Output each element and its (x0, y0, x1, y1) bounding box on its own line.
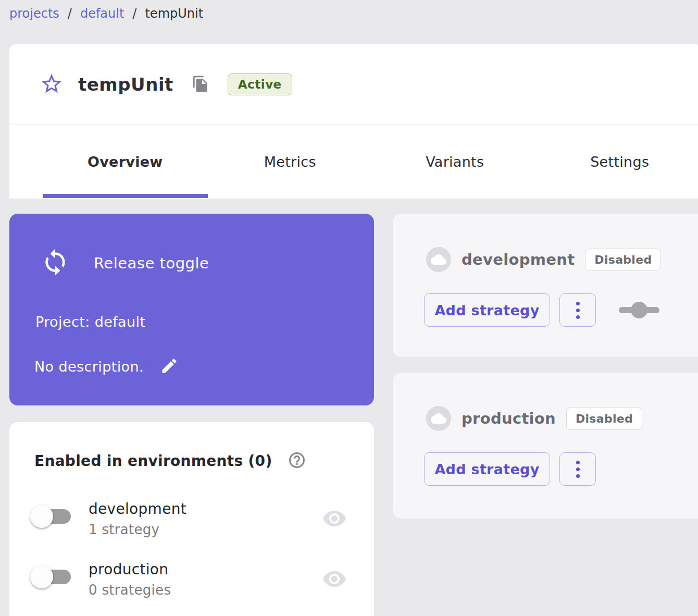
breadcrumb-separator: / (68, 6, 72, 21)
help-button[interactable] (288, 451, 306, 470)
feature-summary-card: Release toggle Project: default No descr… (9, 214, 374, 405)
environment-row-text: development 1 strategy (89, 500, 186, 537)
enabled-environments-title-row: Enabled in environments (0) (34, 451, 306, 470)
breadcrumb-current: tempUnit (145, 6, 203, 21)
environment-header: production Disabled (426, 406, 642, 431)
breadcrumb-separator: / (132, 6, 136, 21)
feature-header-card: tempUnit Active Overview Metrics Variant… (9, 44, 698, 199)
environment-row-name: production (89, 561, 171, 578)
breadcrumb: projects / default / tempUnit (9, 6, 203, 21)
cloud-icon (426, 247, 451, 272)
environment-row-production: production 0 strategies (30, 561, 374, 608)
tab-overview-label: Overview (88, 154, 163, 170)
view-strategies-button[interactable] (322, 567, 347, 592)
feature-type-label: Release toggle (94, 254, 209, 272)
cloud-icon (426, 406, 451, 431)
description-line: No description. (34, 356, 179, 376)
feature-header-row: tempUnit Active (9, 44, 698, 125)
toggle-development[interactable] (30, 504, 76, 528)
environment-strategy-count: 0 strategies (89, 582, 171, 598)
release-toggle-loop-icon (41, 248, 70, 279)
tab-settings[interactable]: Settings (538, 125, 698, 198)
environment-strategy-count: 1 strategy (89, 522, 186, 537)
environment-row-text: production 0 strategies (89, 561, 171, 598)
star-outline-icon (40, 72, 64, 97)
more-actions-button[interactable] (559, 293, 596, 327)
project-label: Project: default (35, 314, 145, 330)
tab-metrics-label: Metrics (264, 154, 316, 170)
feature-toggle-page: projects / default / tempUnit tempUnit A… (0, 0, 698, 616)
tab-overview[interactable]: Overview (43, 125, 208, 198)
environment-actions: Add strategy (424, 452, 596, 486)
environment-header: development Disabled (426, 247, 661, 272)
breadcrumb-link-projects[interactable]: projects (9, 6, 59, 21)
favorite-button[interactable] (40, 72, 64, 96)
tab-metrics[interactable]: Metrics (208, 125, 373, 198)
page-title: tempUnit (78, 74, 173, 95)
breadcrumb-link-default[interactable]: default (80, 6, 124, 21)
environment-row-name: development (89, 500, 186, 518)
environment-status-badge: Disabled (566, 408, 642, 430)
environment-name: production (462, 410, 556, 427)
toggle-production[interactable] (30, 565, 76, 589)
environment-name: development (462, 251, 575, 268)
environment-status-badge: Disabled (585, 249, 661, 271)
environment-card-development: development Disabled Add strategy (393, 214, 698, 357)
help-icon (288, 451, 306, 471)
pencil-icon (160, 356, 179, 377)
kebab-menu-icon (576, 302, 580, 319)
tab-variants-label: Variants (426, 154, 484, 170)
edit-description-button[interactable] (159, 356, 179, 376)
eye-icon (322, 506, 347, 533)
enabled-environments-title: Enabled in environments (0) (34, 452, 272, 470)
tab-bar: Overview Metrics Variants Settings (9, 125, 698, 198)
active-tab-indicator (43, 194, 208, 198)
environment-row-development: development 1 strategy (30, 500, 374, 547)
copy-name-button[interactable] (191, 75, 210, 94)
more-actions-button[interactable] (559, 452, 596, 486)
kebab-menu-icon (576, 461, 580, 478)
status-badge: Active (228, 73, 292, 95)
tab-settings-label: Settings (590, 154, 649, 170)
strategy-slider-icon (617, 299, 662, 322)
add-strategy-button[interactable]: Add strategy (424, 452, 550, 486)
tab-variants[interactable]: Variants (372, 125, 538, 198)
environment-actions: Add strategy (424, 293, 662, 327)
eye-icon (322, 566, 347, 593)
view-strategies-button[interactable] (322, 507, 347, 532)
add-strategy-button[interactable]: Add strategy (424, 293, 550, 327)
environment-card-production: production Disabled Add strategy (393, 373, 698, 519)
feature-type-row: Release toggle (41, 243, 209, 283)
copy-icon (192, 75, 209, 94)
enabled-environments-card: Enabled in environments (0) development … (9, 422, 374, 616)
description-text: No description. (34, 359, 144, 375)
